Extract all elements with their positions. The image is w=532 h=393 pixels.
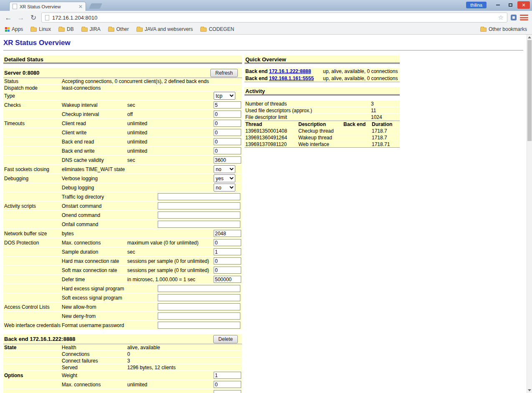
verbose-logging-select[interactable]: yes [214, 174, 235, 182]
delete-button[interactable]: Delete [213, 335, 238, 343]
row-label: Sample duration [62, 249, 127, 255]
table-row: ChecksWakeup intervalsec [3, 101, 242, 110]
back-end-read-input[interactable] [214, 138, 241, 145]
quick-overview-column: Quick Overview Back end 172.16.1.222:888… [245, 55, 400, 148]
address-bar[interactable]: 172.16.1.204:8010 ☆ [41, 13, 507, 23]
wakeup-interval-input[interactable] [214, 101, 241, 108]
bookmark-folder-codegen[interactable]: CODEGEN [200, 26, 234, 32]
client-read-input[interactable] [214, 120, 241, 127]
scroll-up-button[interactable] [527, 35, 532, 40]
defer-time-input[interactable] [214, 276, 241, 283]
traffic-log-directory-input[interactable] [158, 193, 240, 200]
table-row: Onfail command [3, 220, 242, 229]
row-hint: sessions per sample (0 for unlimited) [127, 267, 214, 273]
bookmark-apps[interactable]: Apps [5, 26, 23, 32]
bookmark-folder-other[interactable]: Other [108, 26, 129, 32]
onstart-command-input[interactable] [158, 202, 240, 209]
onfail-command-input[interactable] [158, 221, 240, 228]
hard-excess-signal-program-input[interactable] [158, 285, 240, 292]
client-write-input[interactable] [214, 129, 241, 136]
soft-excess-signal-program-input[interactable] [158, 294, 240, 301]
table-row: Traffic log directory [3, 192, 242, 202]
dns-cache-validity-input[interactable] [214, 156, 241, 164]
row-hint: unlimited [127, 139, 214, 145]
soft-max-connection-rate-input[interactable] [214, 267, 241, 274]
minimize-button[interactable] [492, 1, 503, 9]
vertical-scrollbar[interactable] [527, 35, 532, 393]
onend-command-input[interactable] [158, 212, 240, 219]
detailed-status-column: Detailed Status Server 0:8080 Refresh St… [3, 55, 242, 393]
eliminates-time-wait-state-select[interactable]: no [214, 165, 235, 173]
bookmark-folder-java-and-webservers[interactable]: JAVA and webservers [136, 26, 193, 32]
row-label: Format username:password [62, 322, 127, 328]
back-button[interactable]: ← [4, 14, 13, 21]
row-hint: sec [127, 102, 214, 108]
thread-table: ThreadDescriptionBack endDuration1396913… [245, 121, 400, 148]
row-category: Type [4, 93, 62, 99]
activity-stat-row: Number of threads3 [245, 101, 400, 107]
activity-header: Activity [245, 87, 400, 96]
tab-close-icon[interactable]: ✕ [78, 4, 83, 9]
scroll-down-button[interactable] [527, 388, 532, 393]
table-row: New deny-from [3, 312, 242, 321]
row-label: Defer time [62, 277, 127, 282]
stat-value: 1024 [371, 114, 400, 120]
thread-col-header: Description [298, 121, 343, 127]
back-end-write-input[interactable] [214, 147, 241, 154]
table-row: DNS cache validitysec [3, 156, 242, 165]
bookmark-folder-db[interactable]: DB [58, 26, 74, 32]
type-select[interactable]: tcp [214, 92, 235, 100]
hard-max-connection-rate-input[interactable] [214, 257, 241, 265]
row-hint: sessions per sample (0 for unlimited) [127, 258, 214, 264]
backend-link[interactable]: 172.16.1.222:8888 [269, 68, 311, 74]
new-allow-from-input[interactable] [158, 303, 240, 310]
scrollbar-thumb[interactable] [527, 40, 532, 141]
table-row: Served1296 bytes, 12 clients [3, 364, 242, 371]
activity-stats-table: Number of threads3Used file descriptors … [245, 101, 400, 121]
new-deny-from-input[interactable] [158, 312, 240, 320]
other-bookmarks[interactable]: Other bookmarks [480, 26, 527, 32]
stat-label: Used file descriptors (approx.) [245, 108, 371, 113]
weight-input[interactable] [214, 372, 241, 379]
maximize-button[interactable] [505, 1, 516, 9]
browser-tab[interactable]: XR Status Overview ✕ [9, 2, 86, 11]
reload-button[interactable]: ↻ [29, 14, 38, 21]
debug-logging-select[interactable]: no [214, 184, 235, 191]
maximize-icon [509, 3, 512, 7]
row-label: DNS cache validity [62, 157, 127, 163]
row-hint: 0 [127, 351, 242, 357]
extension-icon[interactable] [511, 15, 517, 20]
thread-row: 139691370981120Web interface1718.71 [245, 141, 400, 148]
table-row: TimeoutsClient readunlimited [3, 119, 242, 128]
format-username-password-input[interactable] [158, 322, 240, 329]
row-category: Access Control Lists [4, 304, 62, 310]
thread-row: 139691360491264Wakeup thread1718.7 [245, 134, 400, 141]
close-button[interactable]: ✕ [517, 1, 530, 9]
new-tab-button[interactable] [89, 3, 102, 9]
scroll-up-icon [528, 36, 531, 38]
refresh-button[interactable]: Refresh [210, 69, 238, 77]
row-category: Debugging [4, 176, 62, 181]
bookmark-folder-linux[interactable]: Linux [30, 26, 51, 32]
bookmark-star-icon[interactable]: ☆ [498, 14, 504, 21]
row-hint: maximum value (0 for unlimited) [127, 240, 214, 246]
page-security-icon[interactable] [45, 15, 49, 20]
menu-icon[interactable] [520, 14, 528, 21]
row-label: Soft excess signal program [62, 295, 127, 301]
bytes-input[interactable] [214, 230, 241, 237]
forward-button[interactable]: → [16, 14, 25, 21]
profile-badge[interactable]: thilina [466, 2, 487, 8]
field-input[interactable] [214, 390, 241, 393]
row-label: Hard excess signal program [62, 286, 127, 292]
table-row: Connections0 [3, 351, 242, 358]
bookmark-folder-jira[interactable]: JIRA [81, 26, 101, 32]
checkup-interval-input[interactable] [214, 111, 241, 118]
sample-duration-input[interactable] [214, 248, 241, 255]
max-connections-input[interactable] [214, 381, 241, 388]
bookmark-label: Apps [12, 26, 23, 32]
row-label: bytes [62, 231, 127, 237]
url-text[interactable]: 172.16.1.204:8010 [52, 15, 97, 21]
server-section-header: Server 0:8080 Refresh [3, 68, 242, 78]
backend-link[interactable]: 192.168.1.161:5555 [269, 76, 314, 81]
max-connections-input[interactable] [214, 239, 241, 246]
